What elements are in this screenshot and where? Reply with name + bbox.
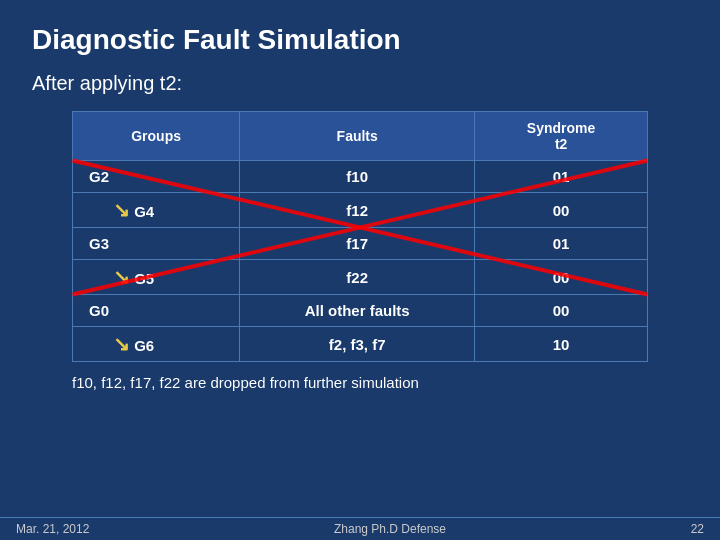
cell-faults: f22 bbox=[240, 260, 475, 295]
table-row: G2f1001 bbox=[73, 161, 648, 193]
table-header-row: Groups Faults Syndromet2 bbox=[73, 112, 648, 161]
cell-faults: f17 bbox=[240, 228, 475, 260]
cell-group: ↘ G4 bbox=[73, 193, 240, 228]
cell-faults: f2, f3, f7 bbox=[240, 327, 475, 362]
table-row: ↘ G6f2, f3, f710 bbox=[73, 327, 648, 362]
slide-title: Diagnostic Fault Simulation bbox=[32, 24, 688, 56]
cell-faults: All other faults bbox=[240, 295, 475, 327]
cell-syndrome: 00 bbox=[475, 295, 648, 327]
table-row: G3f1701 bbox=[73, 228, 648, 260]
footer-left: Mar. 21, 2012 bbox=[16, 522, 89, 536]
cell-group: ↘ G5 bbox=[73, 260, 240, 295]
col-groups: Groups bbox=[73, 112, 240, 161]
cell-syndrome: 00 bbox=[475, 260, 648, 295]
table-wrapper: Groups Faults Syndromet2 G2f1001↘ G4f120… bbox=[72, 111, 648, 362]
cell-syndrome: 10 bbox=[475, 327, 648, 362]
table-row: G0All other faults00 bbox=[73, 295, 648, 327]
cell-syndrome: 01 bbox=[475, 228, 648, 260]
col-faults: Faults bbox=[240, 112, 475, 161]
cell-syndrome: 01 bbox=[475, 161, 648, 193]
footnote: f10, f12, f17, f22 are dropped from furt… bbox=[72, 372, 688, 393]
arrow-icon: ↘ bbox=[113, 200, 130, 220]
footer-bar: Mar. 21, 2012 Zhang Ph.D Defense 22 bbox=[0, 517, 720, 540]
footer-right: 22 bbox=[691, 522, 704, 536]
slide-subtitle: After applying t2: bbox=[32, 72, 688, 95]
arrow-icon: ↘ bbox=[113, 267, 130, 287]
cell-syndrome: 00 bbox=[475, 193, 648, 228]
cell-group: G0 bbox=[73, 295, 240, 327]
fault-table: Groups Faults Syndromet2 G2f1001↘ G4f120… bbox=[72, 111, 648, 362]
cell-group: G3 bbox=[73, 228, 240, 260]
cell-group: ↘ G6 bbox=[73, 327, 240, 362]
slide-container: Diagnostic Fault Simulation After applyi… bbox=[0, 0, 720, 540]
table-row: ↘ G4f1200 bbox=[73, 193, 648, 228]
arrow-icon: ↘ bbox=[113, 334, 130, 354]
cell-group: G2 bbox=[73, 161, 240, 193]
footer-center: Zhang Ph.D Defense bbox=[334, 522, 446, 536]
table-row: ↘ G5f2200 bbox=[73, 260, 648, 295]
col-syndrome: Syndromet2 bbox=[475, 112, 648, 161]
cell-faults: f10 bbox=[240, 161, 475, 193]
cell-faults: f12 bbox=[240, 193, 475, 228]
